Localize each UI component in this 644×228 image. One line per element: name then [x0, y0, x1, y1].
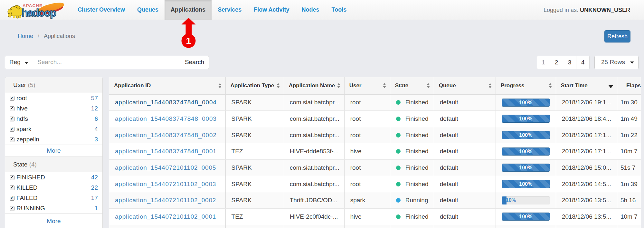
svg-text:1: 1 [186, 36, 191, 46]
svg-text:hadoop: hadoop [22, 7, 56, 19]
